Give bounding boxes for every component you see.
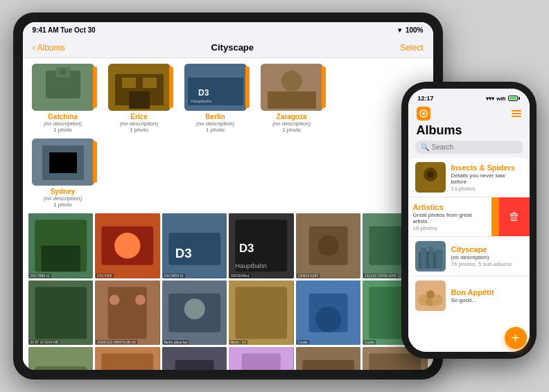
photo-cell[interactable]: GRAUMAN'S DSC00469-LOs Angeles — [162, 347, 227, 370]
album-desc-artistics: Great photos from great artists — [413, 212, 485, 224]
svg-point-85 — [426, 290, 435, 299]
phone-albums-list: Insects & Spiders Details you never saw … — [408, 158, 530, 352]
album-name-gatchina: Gatchina — [48, 113, 78, 121]
photo-label: Castle — [363, 340, 376, 344]
delete-action-button[interactable]: 🗑 — [499, 197, 530, 236]
tablet-nav: ‹ Albums Cityscape Select — [23, 37, 433, 58]
photo-grid-row1: DSC3396 v1 DSC3405 D3 DSC3855 01 D3Haupt… — [28, 213, 428, 278]
search-icon: 🔍 — [421, 143, 429, 151]
album-count-artistics: 16 photos — [413, 225, 485, 231]
app-logo-icon — [417, 107, 430, 121]
svg-rect-8 — [129, 91, 150, 109]
add-album-fab[interactable]: + — [505, 327, 527, 349]
album-berlin[interactable]: D3Hauptbahn Berlin (no description) 1 ph… — [181, 64, 250, 133]
album-row-2: Sydney (no description) 1 photo — [28, 139, 428, 208]
svg-rect-80 — [436, 249, 442, 269]
album-count-gatchina: 1 photo — [53, 127, 72, 133]
photo-cell[interactable]: DSC3405 — [95, 213, 160, 278]
phone-device: 12:17 ▾▾▾ wifi — [401, 82, 537, 359]
photo-cell[interactable]: Depuis Vysehrad — [95, 347, 160, 370]
select-button[interactable]: Select — [400, 43, 423, 53]
svg-rect-40 — [108, 287, 147, 339]
album-name-sydney: Sydney — [51, 188, 76, 195]
search-input[interactable] — [432, 143, 517, 151]
photo-cell[interactable]: 20160122-09h57m38-chi — [95, 280, 160, 346]
svg-text:D3: D3 — [198, 88, 209, 98]
photo-cell[interactable]: Castle — [28, 347, 94, 370]
photo-cell[interactable]: Berlin place bw — [162, 280, 227, 346]
photo-label: 130929 02B2 — [297, 274, 320, 278]
back-button[interactable]: ‹ Albums — [33, 43, 65, 53]
album-row-1: Gatchina (no description) 1 photo Erice … — [28, 64, 428, 133]
back-label: Albums — [37, 43, 65, 53]
svg-rect-79 — [429, 247, 433, 269]
album-erice[interactable]: Erice (no description) 1 photo — [105, 64, 174, 133]
album-stack-indicator — [322, 66, 326, 108]
tablet-device: 9:41 AM Tue Oct 30 ▾ 100% ‹ Albums Citys… — [13, 12, 443, 380]
album-count-berlin: 1 photo — [206, 127, 225, 133]
album-thumb-insects — [415, 162, 446, 193]
svg-point-69 — [422, 112, 425, 115]
svg-rect-54 — [35, 366, 87, 370]
photo-cell[interactable]: 130929 02B2 — [296, 213, 361, 278]
album-card-cityscape[interactable]: Cityscape (no description) 76 photos, 5 … — [408, 237, 530, 276]
photo-label: 131129 13H36-6268 — [363, 274, 398, 278]
photo-cell[interactable]: Castle — [296, 280, 361, 346]
phone-signal-icon: ▾▾▾ — [486, 96, 494, 102]
album-info-artistics: Artistics Great photos from great artist… — [413, 203, 485, 231]
svg-text:Hauptbahn: Hauptbahn — [235, 262, 267, 269]
album-info-insects: Insects & Spiders Details you never saw … — [451, 163, 523, 192]
svg-point-45 — [184, 299, 204, 319]
phone-title-bar: Albums — [408, 123, 530, 141]
album-desc-insects: Details you never saw before — [451, 172, 523, 185]
photo-cell[interactable]: Bonn - 14 — [229, 280, 294, 346]
album-info-cityscape: Cityscape (no description) 76 photos, 5 … — [451, 245, 523, 267]
album-sydney[interactable]: Sydney (no description) 1 photo — [28, 139, 98, 208]
svg-text:D3: D3 — [239, 242, 254, 255]
photo-cell[interactable]: DSC3396 v1 — [28, 213, 94, 278]
photo-label: Castle — [297, 340, 309, 344]
album-count-sydney: 1 photo — [53, 202, 72, 208]
album-count-zaragoza: 1 photo — [282, 127, 301, 133]
album-gatchina[interactable]: Gatchina (no description) 1 photo — [28, 64, 98, 133]
photo-cell[interactable]: D3Hauptbahn DSC8186v1 — [229, 213, 294, 278]
album-name-bon: Bon Appétit — [451, 288, 523, 296]
devices-container: 9:41 AM Tue Oct 30 ▾ 100% ‹ Albums Citys… — [13, 12, 537, 380]
photo-label: DSC8186v1 — [229, 274, 251, 278]
phone-screen: 12:17 ▾▾▾ wifi — [408, 89, 530, 352]
svg-rect-61 — [242, 353, 281, 370]
svg-point-42 — [135, 294, 146, 305]
photo-cell[interactable]: Erice - 087 — [296, 347, 361, 370]
album-stack-indicator — [93, 141, 97, 183]
album-card-artistics[interactable]: A → 🗑 — [408, 197, 530, 237]
album-zaragoza[interactable]: Zaragoza (no description) 1 photo — [257, 64, 326, 133]
photo-cell[interactable]: 20 8T 13 0234 NB — [28, 280, 94, 346]
back-chevron-icon: ‹ — [33, 43, 35, 53]
svg-point-50 — [315, 306, 341, 332]
album-desc-erice: (no description) — [120, 121, 158, 127]
page-title: Cityscape — [211, 42, 254, 53]
phone-wifi-icon: wifi — [496, 96, 505, 102]
photo-label: Berlin place bw — [163, 340, 189, 344]
album-card-insects[interactable]: Insects & Spiders Details you never saw … — [408, 158, 530, 197]
photo-label: Bonn - 14 — [229, 340, 247, 344]
hamburger-menu-icon[interactable] — [512, 110, 521, 117]
tablet-time: 9:41 AM Tue Oct 30 — [33, 26, 96, 34]
album-card-bon[interactable]: Bon Appétit So good... — [408, 276, 530, 315]
photo-grid-row3: Castle Depuis Vysehrad GRAUMAN'S DSC0046… — [28, 347, 428, 370]
phone-search-bar[interactable]: 🔍 — [415, 141, 523, 154]
photo-cell[interactable]: D3 DSC3855 01 — [162, 213, 227, 278]
svg-rect-58 — [175, 360, 214, 370]
artistics-main-row: Artistics Great photos from great artist… — [408, 197, 491, 236]
svg-rect-53 — [28, 347, 94, 370]
photo-cell[interactable]: DSC06976 — [229, 347, 294, 370]
svg-rect-15 — [268, 91, 316, 109]
album-stack-indicator — [169, 66, 173, 108]
album-name-zaragoza: Zaragoza — [277, 113, 307, 121]
phone-battery — [508, 96, 520, 101]
tablet-content: Gatchina (no description) 1 photo Erice … — [23, 58, 433, 370]
svg-point-24 — [114, 233, 140, 258]
album-desc-bon: So good... — [451, 297, 523, 303]
photo-label: DSC3405 — [96, 274, 114, 278]
album-desc-zaragoza: (no description) — [272, 121, 311, 127]
